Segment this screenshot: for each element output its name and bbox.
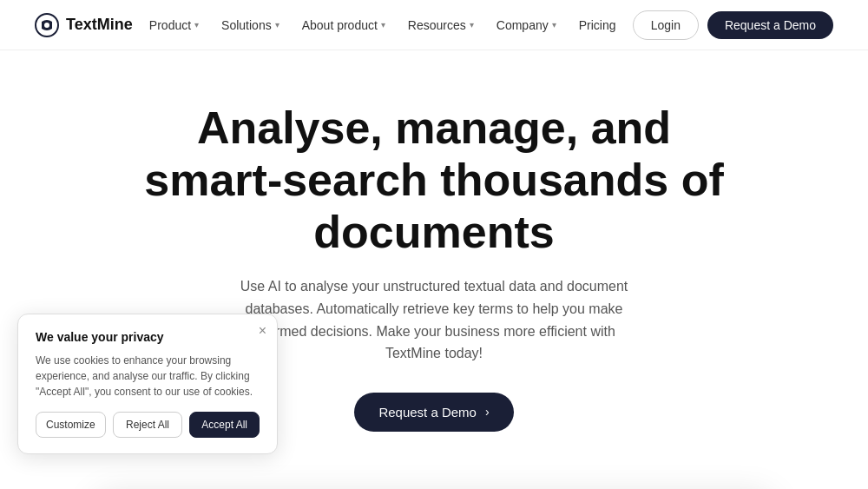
nav-pricing[interactable]: Pricing <box>570 13 625 37</box>
svg-point-1 <box>44 23 49 28</box>
nav-links: Product ▾ Solutions ▾ About product ▾ Re… <box>141 13 625 37</box>
logo[interactable]: TextMine <box>35 13 133 37</box>
cookie-buttons: Customize Reject All Accept All <box>36 412 260 438</box>
cookie-text: We use cookies to enhance your browsing … <box>36 353 260 400</box>
chevron-down-icon: ▾ <box>275 20 279 30</box>
cookie-title: We value your privacy <box>36 330 260 344</box>
arrow-icon: › <box>485 405 490 419</box>
reject-all-button[interactable]: Reject All <box>113 412 183 438</box>
accept-all-button[interactable]: Accept All <box>189 412 260 438</box>
nav-product[interactable]: Product ▾ <box>141 13 207 37</box>
cookie-banner: × We value your privacy We use cookies t… <box>17 314 278 454</box>
cookie-close-button[interactable]: × <box>259 323 266 339</box>
hero-heading: Analyse, manage, and smart-search thousa… <box>139 102 729 258</box>
nav-about-product[interactable]: About product ▾ <box>293 13 394 37</box>
chevron-down-icon: ▾ <box>470 20 474 30</box>
nav-solutions[interactable]: Solutions ▾ <box>213 13 288 37</box>
navbar: TextMine Product ▾ Solutions ▾ About pro… <box>0 0 868 50</box>
request-demo-button[interactable]: Request a Demo <box>707 11 833 39</box>
chevron-down-icon: ▾ <box>194 20 199 30</box>
nav-resources[interactable]: Resources ▾ <box>399 13 483 37</box>
chevron-down-icon: ▾ <box>381 20 385 30</box>
hero-subtext: Use AI to analyse your unstructured text… <box>226 275 642 364</box>
nav-actions: Login Request a Demo <box>633 10 833 40</box>
hero-cta-button[interactable]: Request a Demo › <box>354 393 513 432</box>
chevron-down-icon: ▾ <box>552 20 556 30</box>
nav-company[interactable]: Company ▾ <box>488 13 565 37</box>
logo-icon <box>35 13 59 37</box>
login-button[interactable]: Login <box>633 10 699 40</box>
customize-button[interactable]: Customize <box>36 412 106 438</box>
